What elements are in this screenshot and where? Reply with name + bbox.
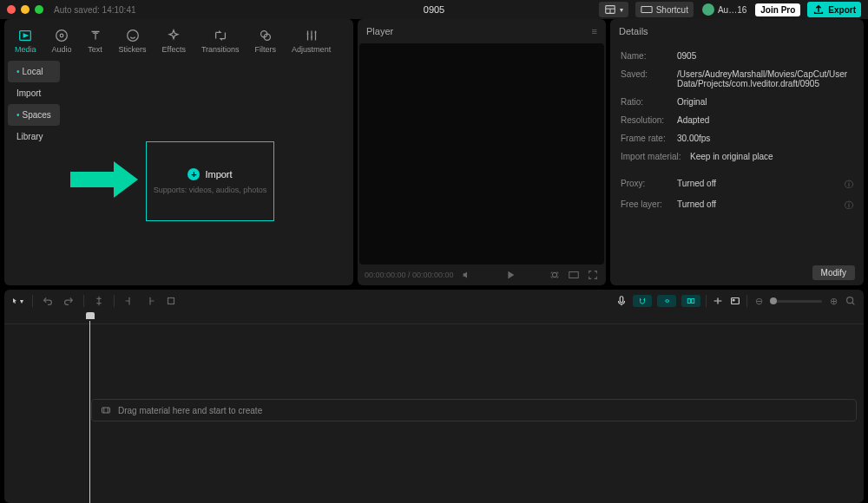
tool-tabs: Media Audio Text Stickers Effects Transi… <box>4 19 353 57</box>
detail-label: Import material: <box>621 152 690 161</box>
split-icon[interactable] <box>93 295 105 307</box>
adjustment-icon <box>304 28 319 43</box>
user-menu[interactable]: Au…16 <box>700 3 748 16</box>
tab-media[interactable]: Media <box>8 24 43 57</box>
media-area: + Import Supports: videos, audios, photo… <box>63 57 353 285</box>
zoom-slider[interactable] <box>770 300 822 303</box>
tab-filters-label: Filters <box>255 45 277 54</box>
detail-value: 0905 <box>677 51 853 61</box>
titlebar: Auto saved: 14:10:41 0905 ▾ Shortcut Au…… <box>0 0 868 19</box>
info-icon[interactable]: ⓘ <box>845 199 853 212</box>
sidebar-item-library[interactable]: Library <box>8 126 60 147</box>
preview-toggle[interactable] <box>681 295 700 307</box>
svg-rect-13 <box>620 297 623 303</box>
detail-value: Adapted <box>677 115 853 125</box>
shortcut-button[interactable]: Shortcut <box>635 2 694 17</box>
media-panel: Media Audio Text Stickers Effects Transi… <box>4 19 353 285</box>
tab-text[interactable]: Text <box>81 24 110 57</box>
pointer-tool-icon[interactable]: ▾ <box>11 295 23 307</box>
tab-audio[interactable]: Audio <box>45 24 79 57</box>
delete-left-icon[interactable] <box>123 295 135 307</box>
avatar-icon <box>702 3 714 16</box>
crop-icon[interactable] <box>165 295 177 307</box>
detail-label: Proxy: <box>621 179 677 191</box>
close-window-button[interactable] <box>7 5 16 14</box>
svg-rect-12 <box>168 298 174 304</box>
svg-point-18 <box>847 297 853 304</box>
player-viewport[interactable] <box>359 43 604 265</box>
svg-rect-3 <box>641 7 652 13</box>
import-subtext: Supports: videos, audios, photos <box>154 186 267 194</box>
detail-label: Name: <box>621 51 677 61</box>
sidebar-item-local[interactable]: •Local <box>8 61 60 82</box>
tab-transitions[interactable]: Transitions <box>194 24 247 57</box>
zoom-fit-icon[interactable] <box>845 295 857 307</box>
window-controls <box>7 5 43 14</box>
arrow-annotation <box>62 158 140 201</box>
timeline-ruler[interactable] <box>4 312 864 324</box>
join-pro-button[interactable]: Join Pro <box>755 3 800 16</box>
sidebar-item-label: Library <box>16 132 43 141</box>
zoom-out-icon[interactable]: ⊖ <box>753 295 765 307</box>
timeline[interactable]: Drag material here and start to create <box>4 312 864 503</box>
fullscreen-icon[interactable] <box>587 269 599 281</box>
layout-button[interactable]: ▾ <box>599 2 628 17</box>
play-button[interactable] <box>504 269 516 281</box>
tab-adjustment[interactable]: Adjustment <box>285 24 338 57</box>
info-icon[interactable]: ⓘ <box>845 179 853 191</box>
align-icon[interactable] <box>712 295 724 307</box>
ratio-icon[interactable] <box>568 269 580 281</box>
undo-icon[interactable] <box>42 295 54 307</box>
detail-label: Free layer: <box>621 199 677 212</box>
zoom-in-icon[interactable]: ⊕ <box>827 295 839 307</box>
cover-icon[interactable] <box>729 295 741 307</box>
plus-icon: + <box>187 168 200 180</box>
tab-effects[interactable]: Effects <box>155 24 193 57</box>
playhead-handle[interactable] <box>86 312 96 321</box>
tab-text-label: Text <box>88 45 102 54</box>
project-title: 0905 <box>424 4 444 15</box>
snapshot-icon[interactable] <box>549 269 561 281</box>
tab-audio-label: Audio <box>52 45 72 54</box>
export-button[interactable]: Export <box>807 2 861 17</box>
tab-transitions-label: Transitions <box>201 45 240 54</box>
volume-icon[interactable] <box>461 269 473 281</box>
magnet-toggle[interactable] <box>633 295 652 307</box>
import-dropzone[interactable]: + Import Supports: videos, audios, photo… <box>146 141 274 221</box>
delete-right-icon[interactable] <box>144 295 156 307</box>
timeline-hint: Drag material here and start to create <box>118 406 262 415</box>
tab-effects-label: Effects <box>162 45 186 54</box>
filters-icon <box>258 28 273 43</box>
modify-button[interactable]: Modify <box>812 265 855 280</box>
player-panel: Player ≡ 00:00:00:00 / 00:00:00:00 <box>358 19 606 285</box>
maximize-window-button[interactable] <box>35 5 43 14</box>
detail-value: Turned off <box>677 179 845 191</box>
details-body: Name:0905 Saved:/Users/AudreyMarshall/Mo… <box>610 43 864 260</box>
user-label: Au…16 <box>718 5 746 15</box>
tab-stickers[interactable]: Stickers <box>112 24 154 57</box>
minimize-window-button[interactable] <box>21 5 30 14</box>
svg-point-5 <box>56 30 68 42</box>
link-toggle[interactable] <box>657 295 676 307</box>
text-icon <box>88 28 103 43</box>
player-controls: 00:00:00:00 / 00:00:00:00 <box>358 265 606 285</box>
sidebar-item-spaces[interactable]: •Spaces <box>8 104 60 126</box>
detail-label: Saved: <box>621 69 677 88</box>
redo-icon[interactable] <box>62 295 75 307</box>
media-icon <box>17 28 33 43</box>
timeline-empty-track[interactable]: Drag material here and start to create <box>91 399 857 421</box>
stickers-icon <box>125 28 141 43</box>
player-timecode: 00:00:00:00 / 00:00:00:00 <box>365 271 454 279</box>
sidebar-item-import[interactable]: Import <box>8 82 60 104</box>
svg-rect-19 <box>102 408 110 413</box>
autosave-status: Auto saved: 14:10:41 <box>54 5 136 15</box>
svg-point-10 <box>552 272 556 277</box>
import-label: Import <box>205 169 232 180</box>
tab-filters[interactable]: Filters <box>248 24 284 57</box>
svg-rect-15 <box>692 299 694 304</box>
player-menu-icon[interactable]: ≡ <box>592 26 597 36</box>
mic-icon[interactable] <box>615 295 628 307</box>
clip-icon <box>101 405 111 415</box>
sidebar-item-label: Spaces <box>23 110 51 120</box>
effects-icon <box>166 28 181 43</box>
